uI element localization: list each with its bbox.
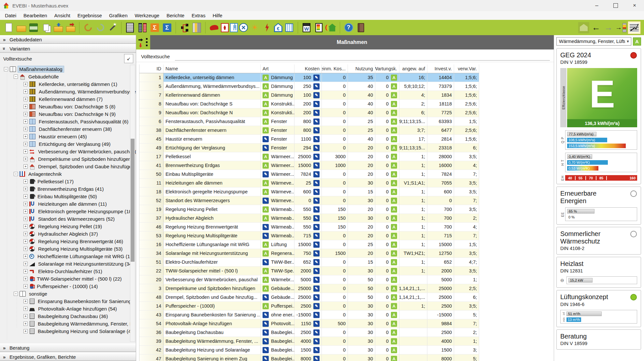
edit-icon[interactable]: [313, 224, 320, 230]
tree-item[interactable]: +Hocheffiziente Lüftungsanlage mit WRG (…: [0, 253, 136, 260]
tree-item[interactable]: +Elektronisch geregelte Heizungspumpe (1…: [0, 208, 136, 215]
column-header[interactable]: Kosten: [294, 64, 322, 73]
edit-icon[interactable]: [263, 321, 269, 327]
table-row[interactable]: 17PelletkesselAWärmeer...250003000200A1;…: [139, 152, 479, 161]
help-icon[interactable]: [343, 22, 354, 34]
tree-item[interactable]: −Anlagentechnik: [0, 170, 136, 178]
table-row[interactable]: 7Kellerinnenwand dämmenADämmung1000400A4…: [139, 91, 479, 100]
tree-expander-expand[interactable]: +: [23, 164, 28, 169]
tree-expander-collapse[interactable]: −: [14, 172, 18, 176]
table-row[interactable]: 1Kellerdecke, unterseitig dämmenADämmung…: [139, 73, 479, 82]
minimize-button[interactable]: –: [587, 0, 606, 11]
edit-icon[interactable]: [263, 338, 269, 344]
tree-expander-expand[interactable]: +: [23, 194, 28, 199]
menu-hilfe[interactable]: Hilfe: [209, 13, 226, 18]
edit-icon[interactable]: [313, 303, 320, 309]
table-row[interactable]: 38Dachflächenfenster erneuernAFenster800…: [139, 126, 479, 135]
menu-bearbeiten[interactable]: Bearbeiten: [20, 13, 51, 18]
menu-ergebnisse[interactable]: Ergebnisse: [74, 13, 106, 18]
tree-item[interactable]: +Drempelräume und Spitzboden hinzufügen …: [0, 155, 136, 163]
edit-icon[interactable]: [313, 206, 320, 213]
edit-icon[interactable]: [313, 259, 320, 265]
tree-item[interactable]: +Drempel, Spitzboden und Gaube hinzufüge…: [0, 163, 136, 170]
column-header[interactable]: Wartungsk.: [375, 64, 399, 73]
table-row[interactable]: 42Baubegleitung Heizung und SolaranlageB…: [139, 346, 479, 354]
tree-expander-expand[interactable]: +: [23, 157, 28, 161]
table-row[interactable]: 14Pufferspeicher - (1000l)APufferspei...…: [139, 302, 479, 311]
tree-item[interactable]: +TWW-Solarspeicher mittel - (500 l) (22): [0, 275, 136, 283]
edit-icon[interactable]: [263, 136, 269, 142]
tree-expander-expand[interactable]: +: [23, 134, 28, 139]
variant-a-badge[interactable]: A: [633, 37, 641, 46]
tree-expander-expand[interactable]: +: [23, 149, 28, 154]
edit-icon[interactable]: [313, 189, 320, 195]
tree-item[interactable]: +Hydraulischer Abgleich (37): [0, 230, 136, 238]
tree-item[interactable]: +Kellerinnenwand dämmen (7): [0, 95, 136, 103]
tree-expander-expand[interactable]: +: [23, 247, 28, 251]
pipe-scheme-icon[interactable]: [230, 23, 238, 32]
table-row[interactable]: 6Fensteraustausch, PassivhausqualitätAFe…: [139, 117, 479, 126]
export-icon[interactable]: [65, 22, 76, 34]
tree-expander-expand[interactable]: +: [23, 127, 28, 131]
edit-icon[interactable]: [263, 347, 269, 353]
table-row[interactable]: 8Neuaufbau von: Dachschräge SAKonstrukti…: [139, 100, 479, 108]
tree-item[interactable]: +Brennwertheizung Erdgas (41): [0, 185, 136, 193]
edit-icon[interactable]: [263, 329, 269, 336]
edit-icon[interactable]: [313, 347, 320, 353]
edit-icon[interactable]: [263, 233, 269, 239]
edit-icon[interactable]: [313, 233, 320, 239]
tree-expander-expand[interactable]: +: [23, 119, 28, 124]
edit-icon[interactable]: [313, 180, 320, 186]
collapse-panel-button[interactable]: ↙: [124, 54, 133, 63]
edit-icon[interactable]: [313, 127, 320, 133]
tree-expander-expand[interactable]: +: [23, 322, 28, 326]
tree-expander-expand[interactable]: +: [23, 112, 28, 116]
edit-icon[interactable]: [313, 215, 320, 221]
tree-expander-expand[interactable]: +: [23, 239, 28, 243]
tree-item[interactable]: +Kellerdecke, unterseitig dämmen (1): [0, 80, 136, 88]
tree-expander-expand[interactable]: +: [23, 262, 28, 266]
open-folder-icon[interactable]: [16, 22, 27, 34]
tree-item[interactable]: +Pufferspeicher - (1000l) (14): [0, 283, 136, 290]
edit-icon[interactable]: [313, 83, 320, 90]
edit-icon[interactable]: [313, 101, 320, 107]
tree-expander-expand[interactable]: +: [23, 179, 28, 184]
table-row[interactable]: 39Baubegleitung Wärmedämmung, Fenster, .…: [139, 337, 479, 346]
tree-item[interactable]: +Pelletkessel (17): [0, 178, 136, 185]
tree-expander-collapse[interactable]: −: [4, 67, 8, 71]
duplicate-icon[interactable]: [40, 22, 51, 34]
tree-expander-expand[interactable]: +: [23, 232, 28, 236]
data-compare-icon[interactable]: [137, 22, 148, 34]
flowchart-icon[interactable]: [179, 22, 190, 34]
edit-icon[interactable]: [313, 154, 320, 160]
table-row[interactable]: 45Haustür erneuernFenster11000400A17;281…: [139, 135, 479, 144]
tree-expander-expand[interactable]: +: [23, 82, 28, 86]
close-button[interactable]: ×: [625, 0, 644, 11]
tree-expander-expand[interactable]: +: [23, 329, 28, 333]
tree-expander-expand[interactable]: +: [23, 277, 28, 281]
edit-icon[interactable]: [313, 329, 320, 336]
table-row[interactable]: 20Verbesserung der Wärmebrücken, pauscha…: [139, 275, 479, 284]
edit-icon[interactable]: [313, 136, 320, 142]
tree-item[interactable]: +Neuaufbau von: Dachschräge S (8): [0, 103, 136, 110]
search-input[interactable]: [175, 52, 550, 61]
tree-expander-expand[interactable]: +: [23, 202, 28, 206]
tree-item[interactable]: +Baubegleitung Heizung und Solaranlage (…: [0, 327, 136, 335]
edit-icon[interactable]: [263, 198, 269, 204]
tree-expander-expand[interactable]: +: [23, 307, 28, 311]
tree-item[interactable]: +Dachflächenfenster erneuern (38): [0, 125, 136, 133]
table-row[interactable]: 47Baubegleitung Sanierung in einem ZugBa…: [139, 354, 479, 361]
burner-icon[interactable]: [221, 23, 229, 32]
tree-item[interactable]: +Regelung Heizung Pellet (19): [0, 223, 136, 230]
tree-item[interactable]: +Photovoltaik-Anlage hinzufügen (54): [0, 305, 136, 312]
radiator-icon[interactable]: [284, 22, 295, 34]
table-row[interactable]: 34Solaranlage mit HeizungsunterstützungA…: [139, 249, 479, 258]
tree-item[interactable]: −Maßnahmenkatalog: [0, 65, 136, 73]
sum-orange-icon[interactable]: [149, 22, 160, 34]
menu-grafiken[interactable]: Grafiken: [106, 13, 131, 18]
edit-icon[interactable]: [313, 285, 320, 292]
table-row[interactable]: 46Regelung Heizung BrennwertgerätWärmeab…: [139, 223, 479, 231]
save-icon[interactable]: [28, 22, 39, 34]
edit-icon[interactable]: [313, 198, 320, 204]
tree-item[interactable]: +Verbesserung der Wärmebrücken, pauschal…: [0, 148, 136, 155]
